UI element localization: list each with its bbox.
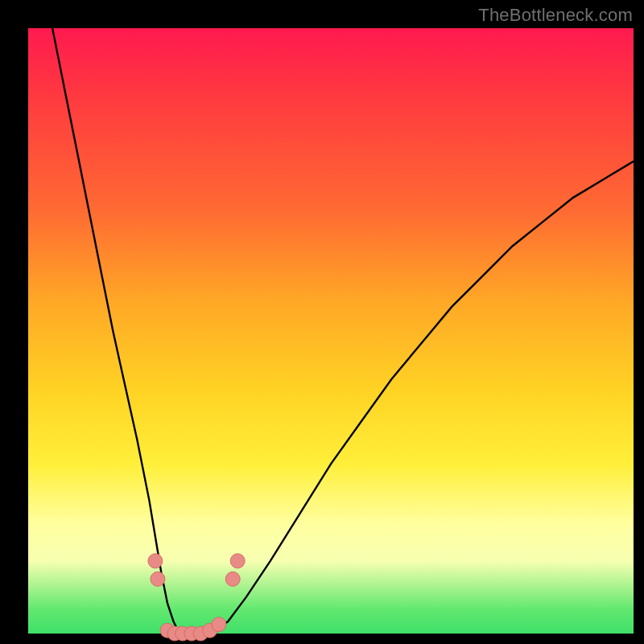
curve-markers bbox=[148, 554, 245, 641]
curve-marker bbox=[148, 554, 163, 568]
curve-marker bbox=[151, 572, 165, 586]
chart-frame: TheBottleneck.com bbox=[0, 0, 644, 644]
watermark-text: TheBottleneck.com bbox=[478, 5, 633, 26]
curve-marker bbox=[212, 617, 226, 632]
bottleneck-curve-svg bbox=[28, 28, 634, 634]
plot-area bbox=[28, 28, 634, 634]
curve-group bbox=[52, 28, 634, 634]
curve-marker bbox=[225, 572, 240, 586]
curve-marker bbox=[230, 554, 245, 568]
bottleneck-curve bbox=[52, 28, 634, 634]
